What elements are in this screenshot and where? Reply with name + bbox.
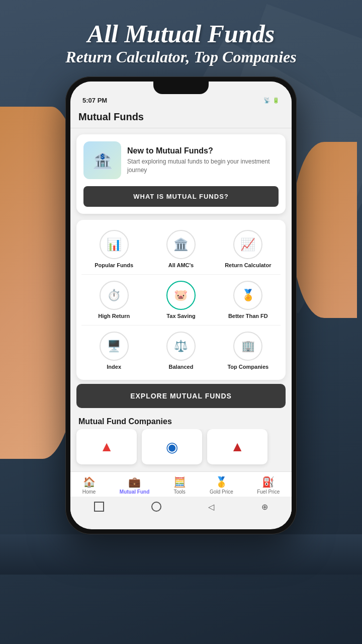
- gold-price-label: Gold Price: [210, 489, 233, 495]
- grid-item-all-amcs[interactable]: 🏛️ All AMC's: [148, 225, 213, 273]
- bottom-bg: [0, 534, 362, 575]
- app-header: Mutual Funds: [70, 107, 292, 128]
- popular-funds-label: Popular Funds: [95, 262, 133, 268]
- what-is-btn[interactable]: WHAT IS MUTUAL FUNDS?: [83, 186, 279, 207]
- company-logo-2: ◉: [166, 439, 178, 455]
- popular-funds-icon: 📊: [100, 230, 129, 259]
- high-return-icon: ⏱️: [100, 281, 129, 310]
- companies-row: ▲ ◉ ▲: [70, 429, 292, 471]
- new-user-card: 🏦 New to Mutual Funds? Start exploring m…: [76, 134, 286, 214]
- balanced-label: Balanced: [169, 364, 194, 370]
- android-circle-btn[interactable]: [151, 502, 161, 512]
- home-label: Home: [82, 489, 96, 495]
- home-icon: 🏠: [83, 476, 96, 488]
- tools-icon: 🧮: [173, 476, 186, 488]
- company-logo-3: ▲: [230, 439, 244, 455]
- header-title-line2: Return Calculator, Top Companies: [20, 48, 342, 66]
- balanced-icon: ⚖️: [166, 332, 196, 361]
- nav-gold-price[interactable]: 🥇 Gold Price: [210, 476, 233, 495]
- status-icons: 📡🔋: [263, 97, 280, 104]
- top-companies-icon: 🏢: [233, 332, 262, 361]
- return-calc-icon: 📈: [233, 230, 262, 259]
- grid-item-tax-saving[interactable]: 🐷 Tax Saving: [148, 276, 213, 324]
- index-label: Index: [107, 364, 121, 370]
- nav-home[interactable]: 🏠 Home: [82, 476, 96, 495]
- nav-fuel-price[interactable]: ⛽ Fuel Price: [257, 476, 280, 495]
- explore-btn[interactable]: EXPLORE MUTUAL FUNDS: [76, 384, 286, 408]
- header-title-line1: All Mutual Funds: [20, 20, 342, 48]
- phone-device: 5:07 PM 📡🔋 Mutual Funds 🏦 New to M: [65, 76, 297, 534]
- fund-grid: 📊 Popular Funds 🏛️ All AMC's 📈 Return Ca…: [76, 220, 286, 380]
- app-title: Mutual Funds: [78, 111, 144, 122]
- mutual-fund-label: Mutual Fund: [120, 489, 149, 495]
- company-card-1[interactable]: ▲: [76, 429, 137, 464]
- phone-notch: [153, 82, 209, 94]
- status-time: 5:07 PM: [82, 97, 107, 104]
- top-companies-label: Top Companies: [227, 364, 268, 370]
- mutual-fund-icon: 💼: [128, 476, 141, 488]
- company-logo-1: ▲: [100, 439, 114, 455]
- fuel-price-label: Fuel Price: [257, 489, 280, 495]
- android-back-btn[interactable]: ◁: [208, 502, 214, 512]
- grid-item-popular-funds[interactable]: 📊 Popular Funds: [81, 225, 146, 273]
- all-amcs-icon: 🏛️: [166, 230, 196, 259]
- android-nav-bar: ◁ ⊕: [70, 497, 292, 518]
- grid-item-index[interactable]: 🖥️ Index: [81, 327, 146, 375]
- gold-price-icon: 🥇: [215, 476, 228, 488]
- card-illustration: 🏦: [83, 141, 121, 179]
- bottom-nav: 🏠 Home 💼 Mutual Fund 🧮 Tools 🥇 Gold Pric…: [70, 471, 292, 497]
- high-return-label: High Return: [98, 313, 130, 319]
- right-hand: [292, 142, 357, 318]
- header-section: All Mutual Funds Return Calculator, Top …: [0, 0, 362, 76]
- grid-item-balanced[interactable]: ⚖️ Balanced: [148, 327, 213, 375]
- fuel-price-icon: ⛽: [262, 476, 275, 488]
- grid-item-return-calculator[interactable]: 📈 Return Calculator: [216, 225, 281, 273]
- nav-tools[interactable]: 🧮 Tools: [173, 476, 186, 495]
- all-amcs-label: All AMC's: [168, 262, 194, 268]
- index-icon: 🖥️: [100, 332, 129, 361]
- company-card-2[interactable]: ◉: [142, 429, 202, 464]
- tax-saving-label: Tax Saving: [166, 313, 195, 319]
- phone-screen: 5:07 PM 📡🔋 Mutual Funds 🏦 New to M: [70, 82, 292, 529]
- better-fd-label: Better Than FD: [228, 313, 268, 319]
- new-card-desc: Start exploring mutual funds to begin yo…: [127, 157, 279, 175]
- android-square-btn[interactable]: [94, 502, 104, 512]
- better-fd-icon: 🏅: [233, 281, 262, 310]
- tools-label: Tools: [173, 489, 185, 495]
- grid-item-high-return[interactable]: ⏱️ High Return: [81, 276, 146, 324]
- companies-section-title: Mutual Fund Companies: [70, 413, 292, 429]
- nav-mutual-fund[interactable]: 💼 Mutual Fund: [120, 476, 149, 495]
- return-calc-label: Return Calculator: [225, 262, 271, 268]
- new-card-title: New to Mutual Funds?: [127, 146, 279, 155]
- grid-item-better-fd[interactable]: 🏅 Better Than FD: [216, 276, 281, 324]
- grid-item-top-companies[interactable]: 🏢 Top Companies: [216, 327, 281, 375]
- tax-saving-icon: 🐷: [166, 281, 196, 310]
- android-menu-btn[interactable]: ⊕: [261, 502, 268, 512]
- company-card-3[interactable]: ▲: [207, 429, 267, 464]
